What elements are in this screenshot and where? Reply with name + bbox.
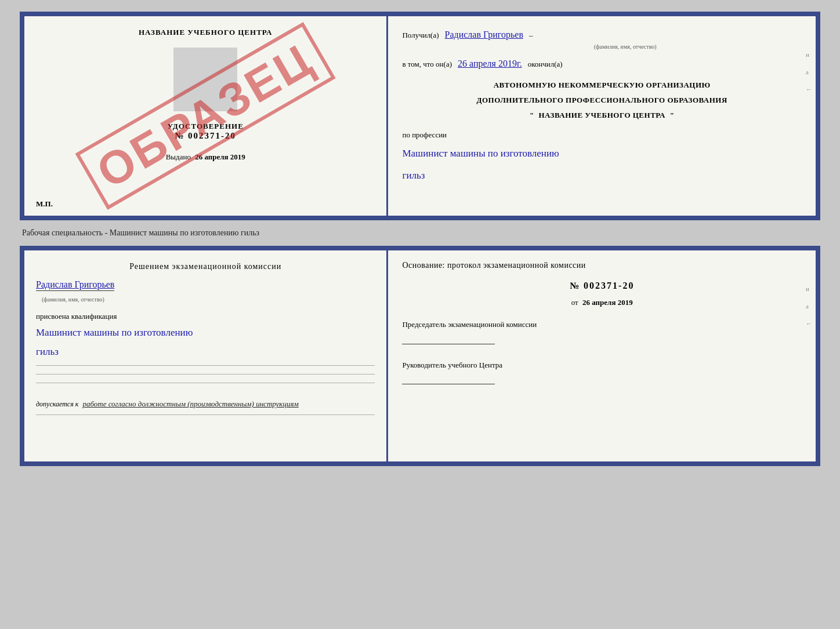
poluchil-line: Получил(а) Радислав Григорьев – bbox=[402, 27, 802, 42]
vydano-label: Выдано bbox=[166, 152, 191, 161]
kvalif-name1: Машинист машины по изготовлению bbox=[36, 325, 375, 340]
vtom-line: в том, что он(а) 26 апреля 2019г. окончи… bbox=[402, 56, 802, 71]
rukovoditel-block: Руководитель учебного Центра bbox=[402, 359, 802, 385]
bottom-fio-label: (фамилия, имя, отчество) bbox=[42, 296, 104, 303]
mp-label: М.П. bbox=[36, 199, 53, 209]
dopuskaetsya-block: допускается к работе согласно должностны… bbox=[36, 399, 375, 409]
poluchil-label: Получил(а) bbox=[402, 29, 439, 42]
side-marks-bottom: и а ← bbox=[806, 285, 812, 327]
osnovaniye-title: Основание: протокол экзаменационной коми… bbox=[402, 261, 802, 270]
udostoverenie-block: УДОСТОВЕРЕНИЕ № 002371-20 bbox=[168, 122, 244, 141]
org-name: НАЗВАНИЕ УЧЕБНОГО ЦЕНТРА bbox=[538, 111, 665, 119]
specialty-label: Рабочая специальность - Машинист машины … bbox=[20, 228, 259, 238]
side-mark-1: и bbox=[806, 51, 812, 58]
side-mark-3: ← bbox=[806, 86, 812, 93]
vydano-line: Выдано 26 апреля 2019 bbox=[166, 152, 245, 162]
ot-date-line: от 26 апреля 2019 bbox=[402, 298, 802, 307]
org-quote-close: " bbox=[670, 111, 675, 119]
org-line2: ДОПОЛНИТЕЛЬНОГО ПРОФЕССИОНАЛЬНОГО ОБРАЗО… bbox=[402, 96, 802, 105]
udostoverenie-title: УДОСТОВЕРЕНИЕ bbox=[168, 122, 244, 131]
okonchil-label: окончил(а) bbox=[528, 58, 563, 71]
dopuskaetsya-text: работе согласно должностным (производств… bbox=[82, 399, 298, 408]
predsedatel-block: Председатель экзаменационной комиссии bbox=[402, 319, 802, 344]
ot-label: от bbox=[571, 298, 578, 307]
doc-bottom-right: Основание: протокол экзаменационной коми… bbox=[388, 250, 816, 461]
stamp-placeholder bbox=[173, 48, 237, 111]
prof-name2: гильз bbox=[402, 168, 802, 183]
komissia-title: Решением экзаменационной комиссии bbox=[36, 262, 375, 271]
bottom-side-mark-1: и bbox=[806, 285, 812, 292]
bottom-side-mark-3: ← bbox=[806, 320, 812, 327]
org-quote-open: " bbox=[530, 111, 534, 119]
dopuskaetsya-label: допускается к bbox=[36, 400, 78, 408]
school-name-top: НАЗВАНИЕ УЧЕБНОГО ЦЕНТРА bbox=[139, 28, 273, 37]
bottom-document: Решением экзаменационной комиссии Радисл… bbox=[20, 246, 820, 466]
recipient-name: Радислав Григорьев bbox=[445, 27, 523, 42]
side-mark-2: а bbox=[806, 68, 812, 75]
kvalif-name2: гильз bbox=[36, 344, 375, 359]
doc-bottom-left: Решением экзаменационной комиссии Радисл… bbox=[24, 250, 388, 461]
hr2 bbox=[36, 374, 375, 375]
bottom-side-mark-2: а bbox=[806, 303, 812, 310]
hr1 bbox=[36, 365, 375, 366]
vydano-date: 26 апреля 2019 bbox=[195, 152, 245, 161]
org-line1: АВТОНОМНУЮ НЕКОММЕРЧЕСКУЮ ОРГАНИЗАЦИЮ bbox=[402, 81, 802, 90]
vtomchto-label: в том, что он(а) bbox=[402, 58, 452, 71]
udostoverenie-number: № 002371-20 bbox=[168, 131, 244, 141]
fio-label-top: (фамилия, имя, отчество) bbox=[448, 43, 802, 50]
doc-top-left: НАЗВАНИЕ УЧЕБНОГО ЦЕНТРА УДОСТОВЕРЕНИЕ №… bbox=[24, 16, 388, 216]
side-marks-top: и а ← bbox=[806, 51, 812, 93]
ot-date: 26 апреля 2019 bbox=[582, 298, 633, 307]
vtom-date: 26 апреля 2019г. bbox=[458, 56, 522, 71]
rukovoditel-sig-line bbox=[402, 374, 495, 384]
predsedatel-sig-line bbox=[402, 334, 495, 344]
org-name-line: " НАЗВАНИЕ УЧЕБНОГО ЦЕНТРА " bbox=[402, 111, 802, 120]
top-document: НАЗВАНИЕ УЧЕБНОГО ЦЕНТРА УДОСТОВЕРЕНИЕ №… bbox=[20, 12, 820, 220]
rukovoditel-title: Руководитель учебного Центра bbox=[402, 359, 802, 371]
prof-name1: Машинист машины по изготовлению bbox=[402, 146, 802, 161]
doc-top-right: Получил(а) Радислав Григорьев – (фамилия… bbox=[388, 16, 816, 216]
prisvoena-label: присвоена квалификация bbox=[36, 312, 375, 321]
protocol-number: № 002371-20 bbox=[402, 281, 802, 291]
po-prof-label: по профессии bbox=[402, 130, 802, 140]
hr4 bbox=[36, 415, 375, 415]
predsedatel-title: Председатель экзаменационной комиссии bbox=[402, 319, 802, 330]
hr3 bbox=[36, 383, 375, 383]
bottom-recipient-name: Радислав Григорьев bbox=[36, 279, 114, 291]
document-wrapper: НАЗВАНИЕ УЧЕБНОГО ЦЕНТРА УДОСТОВЕРЕНИЕ №… bbox=[20, 12, 820, 466]
